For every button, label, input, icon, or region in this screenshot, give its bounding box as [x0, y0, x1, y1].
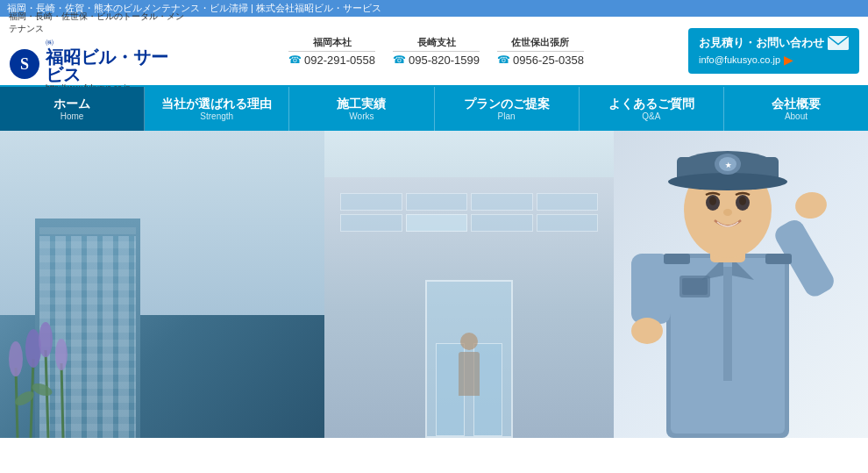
branch-sasebo-phone: ☎ 0956-25-0358: [497, 54, 584, 67]
svg-text:★: ★: [725, 161, 732, 169]
svg-point-7: [9, 341, 23, 376]
svg-point-9: [39, 322, 53, 357]
nav-label-qa-ja: よくあるご質問: [608, 97, 694, 111]
branch-nagasaki: 長崎支社 ☎ 095-820-1599: [393, 36, 480, 67]
svg-rect-35: [631, 254, 671, 324]
mail-icon: [828, 35, 849, 51]
nav-label-strength-ja: 当社が選ばれる理由: [161, 97, 272, 111]
logo-text-block: ㈱ 福昭ビル・サービス http://www.fukusyo.co.jp: [46, 37, 184, 92]
svg-rect-19: [682, 278, 708, 295]
nav-item-home[interactable]: ホーム Home: [0, 87, 145, 131]
inquiry-title-text: お見積り・お問い合わせ: [699, 35, 824, 51]
svg-rect-38: [765, 254, 792, 264]
nav-label-home-ja: ホーム: [53, 97, 90, 111]
hero-panel-right: ★: [614, 131, 868, 438]
svg-point-25: [739, 197, 746, 205]
logo-main: S ㈱ 福昭ビル・サービス http://www.fukusyo.co.jp: [9, 37, 184, 92]
main-nav: ホーム Home 当社が選ばれる理由 Strength 施工実績 Works プ…: [0, 87, 868, 131]
guard-figure: ★: [614, 131, 868, 438]
phone-icon-sasebo: ☎: [497, 54, 510, 66]
nav-item-works[interactable]: 施工実績 Works: [289, 87, 434, 131]
building-facade: [324, 177, 614, 439]
nav-label-qa-en: Q&A: [642, 111, 660, 121]
person-silhouette: [456, 333, 482, 403]
nav-label-plan-ja: プランのご提案: [464, 97, 550, 111]
phone-icon-nagasaki: ☎: [393, 54, 406, 66]
svg-point-36: [631, 318, 663, 344]
nav-label-about-en: About: [785, 111, 808, 121]
nav-label-about-ja: 会社概要: [772, 97, 821, 111]
nav-label-works-en: Works: [349, 111, 374, 121]
branch-nagasaki-phone: ☎ 095-820-1599: [393, 54, 480, 67]
inquiry-email: info@fukusyo.co.jp ▶: [699, 53, 849, 67]
branch-fukuoka-phone: ☎ 092-291-0558: [288, 54, 375, 67]
phone-icon-fukuoka: ☎: [288, 54, 302, 66]
nav-item-strength[interactable]: 当社が選ばれる理由 Strength: [145, 87, 289, 131]
flowers-svg: [0, 315, 88, 438]
branch-nagasaki-number: 095-820-1599: [409, 54, 480, 67]
nav-label-works-ja: 施工実績: [337, 97, 386, 111]
branch-fukuoka-number: 092-291-0558: [304, 54, 375, 67]
hero-section: ★ 創業38年以上の実績！経験！ 短期・ス: [0, 131, 868, 438]
svg-point-34: [793, 190, 829, 221]
arrow-icon: ▶: [784, 53, 793, 67]
hero-panel-left: [0, 131, 324, 438]
svg-rect-15: [723, 267, 732, 381]
logo-tagline: 福岡・長崎・佐世保・ビルのトータル・メンテナンス: [9, 11, 184, 35]
branch-sasebo-name: 佐世保出張所: [497, 36, 584, 52]
guard-svg: ★: [614, 131, 868, 438]
branch-nagasaki-name: 長崎支社: [393, 36, 480, 52]
branch-sasebo-number: 0956-25-0358: [513, 54, 584, 67]
nav-label-strength-en: Strength: [200, 111, 233, 121]
svg-point-24: [709, 197, 716, 205]
branch-sasebo: 佐世保出張所 ☎ 0956-25-0358: [497, 36, 584, 67]
svg-text:S: S: [20, 55, 29, 73]
logo-area: 福岡・長崎・佐世保・ビルのトータル・メンテナンス S ㈱ 福昭ビル・サービス h…: [9, 11, 184, 92]
hero-content-layer: ★: [0, 131, 868, 438]
inquiry-email-text: info@fukusyo.co.jp: [699, 54, 780, 65]
nav-label-plan-en: Plan: [498, 111, 516, 121]
flowers-area: [0, 315, 88, 438]
svg-rect-37: [664, 254, 690, 264]
inquiry-title: お見積り・お問い合わせ: [699, 35, 849, 51]
svg-line-6: [61, 363, 63, 438]
branch-fukuoka-name: 福岡本社: [288, 36, 375, 52]
contact-area: 福岡本社 ☎ 092-291-0558 長崎支社 ☎ 095-820-1599 …: [184, 36, 688, 67]
site-header: 福岡・長崎・佐世保・ビルのトータル・メンテナンス S ㈱ 福昭ビル・サービス h…: [0, 17, 868, 87]
svg-point-26: [723, 209, 732, 216]
nav-item-about[interactable]: 会社概要 About: [724, 87, 868, 131]
inquiry-button[interactable]: お見積り・お問い合わせ info@fukusyo.co.jp ▶: [688, 28, 859, 74]
nav-label-home-en: Home: [60, 111, 84, 121]
logo-kaisha: ㈱: [46, 37, 184, 48]
nav-item-qa[interactable]: よくあるご質問 Q&A: [580, 87, 724, 131]
svg-point-10: [55, 339, 68, 370]
nav-item-plan[interactable]: プランのご提案 Plan: [435, 87, 580, 131]
hero-panel-center: [324, 131, 614, 438]
logo-name: 福昭ビル・サービス: [46, 48, 184, 83]
branch-fukuoka: 福岡本社 ☎ 092-291-0558: [288, 36, 375, 67]
company-logo-icon: S: [9, 48, 40, 80]
svg-point-29: [668, 173, 787, 190]
